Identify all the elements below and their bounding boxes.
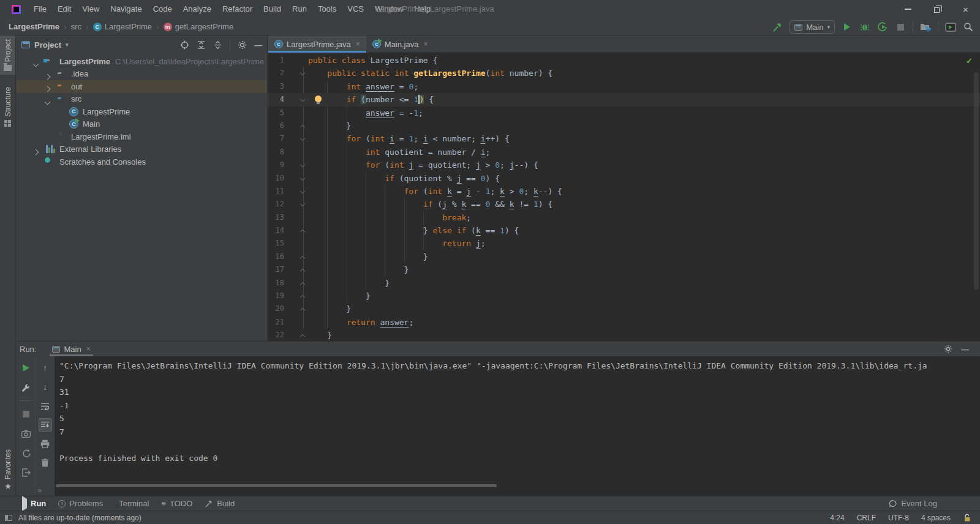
close-icon[interactable]: × bbox=[356, 40, 360, 48]
tree-chevron-icon[interactable] bbox=[45, 97, 50, 102]
clear-all-button[interactable] bbox=[39, 456, 52, 470]
tree-item-main[interactable]: CMain bbox=[17, 118, 267, 131]
menu-item-analyze[interactable]: Analyze bbox=[178, 0, 217, 18]
menu-item-refactor[interactable]: Refactor bbox=[217, 0, 258, 18]
locate-file-icon[interactable] bbox=[180, 40, 189, 50]
toolwindow-button-run[interactable]: Run bbox=[16, 496, 52, 511]
line-separator-widget[interactable]: CRLF bbox=[857, 514, 876, 522]
fold-marker-icon[interactable] bbox=[301, 97, 304, 101]
toolbar-overflow-icon[interactable]: » bbox=[37, 485, 42, 495]
sidebar-item-project[interactable]: Project bbox=[0, 36, 15, 75]
fold-marker-icon[interactable] bbox=[301, 71, 304, 75]
collapse-all-icon[interactable] bbox=[213, 40, 222, 50]
fold-marker-icon[interactable] bbox=[301, 268, 304, 273]
fold-marker-icon[interactable] bbox=[301, 228, 304, 234]
tree-chevron-icon[interactable] bbox=[45, 84, 50, 89]
run-button[interactable] bbox=[842, 21, 853, 32]
run-configuration-dropdown[interactable]: Main ▾ bbox=[790, 20, 835, 34]
tree-item--idea[interactable]: .idea bbox=[17, 68, 267, 81]
menu-item-tools[interactable]: Tools bbox=[312, 0, 342, 18]
fold-marker-icon[interactable] bbox=[301, 294, 304, 299]
tree-item-largestprime-iml[interactable]: LargestPrime.iml bbox=[17, 130, 267, 143]
menu-item-vcs[interactable]: VCS bbox=[342, 0, 369, 18]
tree-item-scratches-and-consoles[interactable]: Scratches and Consoles bbox=[17, 155, 267, 168]
caret-position-widget[interactable]: 4:24 bbox=[830, 514, 844, 522]
fold-marker-icon[interactable] bbox=[301, 124, 304, 129]
stop-button[interactable] bbox=[895, 21, 906, 32]
restart-debug-button[interactable] bbox=[19, 446, 32, 460]
menu-item-file[interactable]: File bbox=[28, 0, 52, 18]
run-with-coverage-button[interactable] bbox=[877, 21, 888, 32]
close-icon[interactable]: × bbox=[423, 40, 428, 48]
tree-item-largestprime[interactable]: LargestPrimeC:\Users\el_da\IdeaProjects\… bbox=[17, 55, 267, 68]
editor-tab-largestprime-java[interactable]: CLargestPrime.java× bbox=[268, 36, 366, 53]
gear-icon[interactable] bbox=[944, 345, 952, 354]
menu-item-navigate[interactable]: Navigate bbox=[105, 0, 147, 18]
toolwindow-button-todo[interactable]: ≡TODO bbox=[155, 496, 198, 511]
rerun-button[interactable] bbox=[19, 361, 32, 375]
menu-item-edit[interactable]: Edit bbox=[52, 0, 77, 18]
exit-button[interactable] bbox=[19, 466, 32, 479]
run-console[interactable]: "C:\Program Files\JetBrains\IntelliJ IDE… bbox=[55, 356, 980, 496]
close-button[interactable]: × bbox=[951, 0, 980, 18]
project-view-dropdown[interactable]: Project ▾ bbox=[21, 40, 69, 50]
fold-marker-icon[interactable] bbox=[301, 307, 304, 312]
capture-snapshot-button[interactable] bbox=[19, 427, 32, 440]
run-tab-main[interactable]: Main × bbox=[50, 342, 92, 356]
close-icon[interactable]: × bbox=[86, 345, 91, 353]
menu-item-code[interactable]: Code bbox=[148, 0, 178, 18]
toolwindow-toggle-icon[interactable] bbox=[5, 515, 12, 521]
toolwindow-button-problems[interactable]: !Problems bbox=[52, 496, 109, 511]
fold-marker-icon[interactable] bbox=[301, 163, 304, 167]
indent-widget[interactable]: 4 spaces bbox=[921, 514, 951, 522]
fold-marker-icon[interactable] bbox=[301, 189, 304, 193]
tree-item-largestprime[interactable]: CLargestPrime bbox=[17, 105, 267, 118]
hide-panel-icon[interactable]: — bbox=[961, 345, 969, 354]
fold-marker-icon[interactable] bbox=[301, 333, 304, 339]
breadcrumb-item[interactable]: mgetLargestPrime bbox=[164, 22, 233, 31]
editor-tab-main-java[interactable]: CMain.java× bbox=[366, 36, 434, 53]
minimize-button[interactable] bbox=[894, 0, 922, 18]
hide-panel-icon[interactable]: — bbox=[254, 40, 262, 50]
menu-item-view[interactable]: View bbox=[77, 0, 105, 18]
console-horizontal-scrollbar[interactable] bbox=[56, 484, 497, 487]
tree-chevron-icon[interactable] bbox=[34, 59, 39, 64]
tree-item-external-libraries[interactable]: External Libraries bbox=[17, 143, 267, 156]
sidebar-item-favorites[interactable]: Favorites ★ bbox=[0, 449, 16, 496]
breadcrumb-item[interactable]: CLargestPrime bbox=[93, 22, 152, 31]
breadcrumb-item[interactable]: src bbox=[71, 22, 81, 31]
editor-scrollbar[interactable] bbox=[974, 72, 979, 290]
fold-marker-icon[interactable] bbox=[301, 137, 304, 140]
fold-marker-icon[interactable] bbox=[301, 281, 304, 286]
run-anything-icon[interactable] bbox=[945, 21, 956, 32]
toolwindow-button-event-log[interactable]: Event Log bbox=[883, 496, 943, 511]
breadcrumb-item[interactable]: LargestPrime bbox=[9, 22, 59, 31]
search-everywhere-icon[interactable] bbox=[963, 21, 974, 32]
fold-marker-icon[interactable] bbox=[301, 176, 304, 180]
restore-button[interactable] bbox=[922, 0, 951, 18]
sidebar-item-structure[interactable]: Structure bbox=[0, 83, 15, 130]
up-stack-trace-button[interactable]: ↑ bbox=[39, 361, 52, 375]
unlock-icon[interactable] bbox=[963, 514, 971, 522]
menu-item-run[interactable]: Run bbox=[287, 0, 312, 18]
scroll-to-end-button[interactable] bbox=[39, 418, 52, 432]
build-hammer-icon[interactable] bbox=[772, 21, 783, 32]
tree-item-out[interactable]: out bbox=[17, 80, 267, 93]
encoding-widget[interactable]: UTF-8 bbox=[888, 514, 909, 522]
stop-button[interactable] bbox=[19, 407, 32, 421]
tree-chevron-icon[interactable] bbox=[45, 72, 50, 77]
fold-marker-icon[interactable] bbox=[301, 255, 304, 260]
toolwindow-button-build[interactable]: Build bbox=[198, 496, 241, 511]
run-settings-button[interactable] bbox=[19, 381, 32, 394]
menu-item-build[interactable]: Build bbox=[258, 0, 287, 18]
expand-all-icon[interactable] bbox=[197, 40, 206, 50]
down-stack-trace-button[interactable]: ↓ bbox=[39, 380, 52, 394]
gear-icon[interactable] bbox=[238, 40, 247, 50]
tree-item-src[interactable]: src bbox=[17, 93, 267, 106]
debug-button[interactable] bbox=[859, 21, 870, 32]
fold-marker-icon[interactable] bbox=[301, 202, 304, 206]
soft-wrap-button[interactable] bbox=[39, 399, 52, 413]
toolwindow-button-terminal[interactable]: Terminal bbox=[109, 496, 155, 511]
print-button[interactable] bbox=[39, 437, 52, 451]
tree-chevron-icon[interactable] bbox=[34, 147, 39, 152]
